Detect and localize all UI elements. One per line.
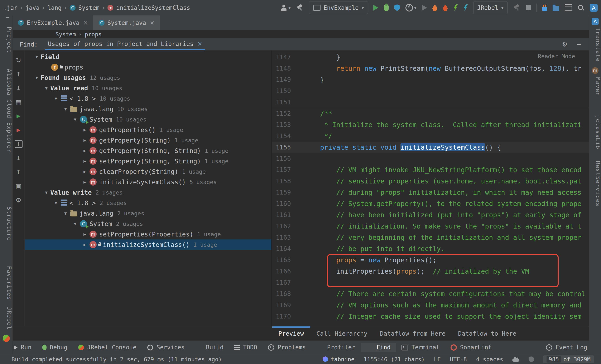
- usage-tree-row[interactable]: ▾ < 1.8 > 2 usages: [25, 198, 271, 208]
- stop-button[interactable]: [526, 5, 531, 10]
- chevron-icon[interactable]: ▸: [81, 148, 89, 154]
- user-menu[interactable]: ▾: [280, 4, 291, 11]
- chevron-icon[interactable]: ▸: [81, 231, 89, 237]
- code-line[interactable]: 1170 // Integer cache size used to suppo…: [272, 311, 589, 322]
- breadcrumb-field[interactable]: props: [85, 31, 102, 38]
- chevron-icon[interactable]: ▾: [33, 75, 41, 81]
- caret-position[interactable]: 1155:46 (21 chars): [364, 356, 425, 363]
- code-line[interactable]: 1166 initProperties(props); // initializ…: [272, 266, 589, 277]
- tool-stripe-restservices[interactable]: RestServices: [589, 161, 601, 207]
- run-disabled-icon[interactable]: [422, 5, 427, 11]
- memory-indicator[interactable]: 985 of 3029M: [543, 355, 594, 363]
- usage-tree-row[interactable]: ▾ System 2 usages: [25, 219, 271, 229]
- preview-tab-dataflow-from-here[interactable]: Dataflow from Here: [374, 326, 452, 340]
- next-occurrence-icon[interactable]: ↓: [16, 84, 21, 92]
- breadcrumb-system[interactable]: System: [79, 4, 100, 11]
- preview-tab-call-hierarchy[interactable]: Call Hierarchy: [310, 326, 373, 340]
- code-line[interactable]: 1162 // initialization. So make sure the…: [272, 221, 589, 232]
- chevron-icon[interactable]: ▸: [81, 137, 89, 143]
- breadcrumb-method[interactable]: initializeSystemClass: [116, 4, 190, 11]
- tool-window-button-event-log[interactable]: Event Log: [541, 343, 593, 352]
- expand-all-icon[interactable]: ↧: [16, 154, 21, 162]
- tool-window-button-problems[interactable]: Problems: [262, 343, 311, 352]
- translate-icon[interactable]: A: [590, 4, 598, 12]
- collapse-all-icon[interactable]: ↥: [16, 168, 21, 176]
- profiler-menu[interactable]: ▾: [405, 4, 417, 11]
- previous-occurrence-icon[interactable]: ↑: [16, 70, 21, 78]
- usage-tree-row[interactable]: ▾ < 1.8 > 10 usages: [25, 93, 271, 104]
- cloud-icon[interactable]: [512, 359, 519, 362]
- close-icon[interactable]: ×: [83, 20, 88, 26]
- usage-tree-row[interactable]: ▾ java.lang 10 usages: [25, 104, 271, 114]
- code-line[interactable]: 1164 // be put into it directly.: [272, 243, 589, 254]
- rerun-icon[interactable]: ↻: [16, 56, 21, 64]
- run-button[interactable]: [373, 5, 378, 11]
- tool-stripe-translate[interactable]: Translate: [589, 28, 601, 62]
- jrebel-run-icon[interactable]: [453, 4, 458, 11]
- tool-window-button-build[interactable]: Build: [190, 343, 229, 352]
- chevron-icon[interactable]: ▸: [81, 169, 89, 174]
- code-line[interactable]: 1167: [272, 277, 589, 288]
- code-line[interactable]: 1151: [272, 97, 589, 108]
- code-line[interactable]: 1169 // VM options such as the maximum a…: [272, 300, 589, 311]
- info-icon[interactable]: i: [15, 140, 22, 148]
- breadcrumb-jar[interactable]: .jar: [3, 4, 17, 11]
- usage-tree-row[interactable]: ▾ System 10 usages: [25, 114, 271, 125]
- tab-system-java[interactable]: C System.java ×: [93, 15, 160, 30]
- plugin-plug-icon[interactable]: [542, 7, 547, 11]
- usage-tree-row[interactable]: ▾ Value write 2 usages: [25, 187, 271, 198]
- tool-window-button-profiler[interactable]: Profiler: [311, 343, 361, 352]
- code-line[interactable]: 1163 // very beginning of the initializa…: [272, 232, 589, 243]
- tool-window-button-terminal[interactable]: Terminal: [396, 343, 445, 352]
- usage-tree-row[interactable]: ▾ java.lang 2 usages: [25, 208, 271, 219]
- preview-tab-dataflow-to-here[interactable]: Dataflow to Here: [452, 326, 522, 340]
- code-editor[interactable]: 1147 } 1148 return new PrintStream(new B…: [272, 51, 589, 326]
- chevron-icon[interactable]: ▸: [81, 158, 89, 164]
- code-line[interactable]: 1148 return new PrintStream(new Buffered…: [272, 63, 589, 74]
- run-configuration-select[interactable]: EnvExample ▾: [309, 1, 368, 14]
- chevron-icon[interactable]: ▾: [33, 54, 41, 60]
- reader-mode-label[interactable]: Reader Mode: [538, 53, 575, 60]
- preview-tab-preview[interactable]: Preview: [272, 326, 310, 340]
- chevron-icon[interactable]: ▾: [61, 210, 70, 216]
- code-line[interactable]: 1153 * Initialize the system class. Call…: [272, 119, 589, 131]
- jump-to-source-icon[interactable]: ▶: [17, 112, 20, 120]
- group-by-icon[interactable]: ▦: [15, 98, 21, 106]
- tool-window-button-find[interactable]: Find: [361, 343, 396, 352]
- code-line[interactable]: 1161 // have been initialized (put into …: [272, 209, 589, 221]
- usage-tree-row[interactable]: ▸ getProperty(String) 1 usage: [25, 135, 271, 145]
- chevron-icon[interactable]: ▾: [42, 85, 50, 91]
- code-line[interactable]: 1155 private static void initializeSyste…: [272, 142, 589, 153]
- async-profiler-alt-icon[interactable]: [443, 5, 448, 11]
- usage-tree-row[interactable]: ▸ clearProperty(String) 1 usage: [25, 166, 271, 177]
- code-line[interactable]: 1157 // VM might invoke JNU_NewStringPla…: [272, 164, 589, 175]
- tool-stripe-structure[interactable]: Structure: [0, 207, 12, 241]
- code-line[interactable]: 1159 // during "props" initialization, i…: [272, 187, 589, 198]
- usage-tree-row[interactable]: ▾ Value read 10 usages: [25, 83, 271, 93]
- breadcrumb-lang[interactable]: lang: [48, 4, 61, 11]
- code-line[interactable]: 1168 // There are certain system configu…: [272, 288, 589, 300]
- pin-results-icon[interactable]: ▶: [17, 126, 20, 134]
- breadcrumb-class[interactable]: System: [56, 31, 76, 38]
- async-profiler-icon[interactable]: [432, 5, 437, 11]
- file-encoding[interactable]: UTF-8: [450, 356, 467, 363]
- chevron-icon[interactable]: ▸: [81, 127, 89, 133]
- usage-tree-row[interactable]: ▸ setProperties(Properties) 1 usage: [25, 229, 271, 239]
- usage-tree-row[interactable]: ▸ initializeSystemClass() 5 usages: [25, 177, 271, 187]
- usage-tree-row[interactable]: props: [25, 62, 271, 72]
- code-line[interactable]: 1154 */: [272, 131, 589, 142]
- tool-stripe-favorites[interactable]: Favorites: [0, 266, 12, 300]
- tool-window-button-services[interactable]: Services: [142, 343, 190, 352]
- code-line[interactable]: 1165 props = new Properties();: [272, 254, 589, 266]
- chevron-icon[interactable]: ▾: [71, 221, 79, 227]
- tool-window-button-todo[interactable]: TODO: [229, 343, 262, 352]
- tabnine-widget[interactable]: tabnine: [322, 356, 355, 363]
- settings-gear-icon[interactable]: ⚙: [562, 41, 568, 48]
- usage-tree-row[interactable]: ▾ Field: [25, 51, 271, 62]
- hide-panel-icon[interactable]: ─: [577, 41, 581, 48]
- chevron-icon[interactable]: ▾: [61, 106, 70, 112]
- tool-stripe-maven[interactable]: Maven: [589, 77, 601, 96]
- find-results-tab[interactable]: Usages of props in Project and Libraries…: [45, 38, 205, 50]
- close-icon[interactable]: ×: [150, 20, 154, 26]
- tab-envexample-java[interactable]: C EnvExample.java ×: [12, 15, 93, 30]
